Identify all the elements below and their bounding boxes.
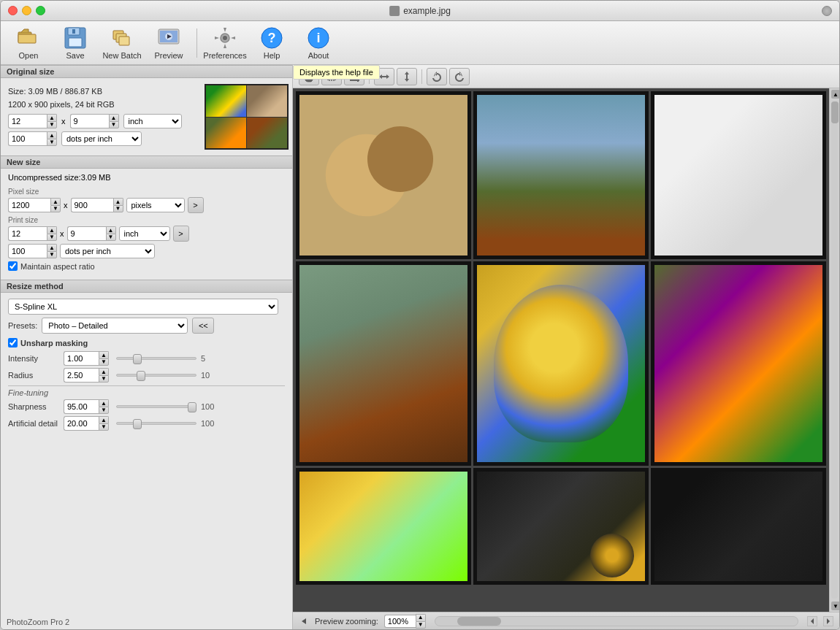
original-height-stepper[interactable]: ▲ ▼ bbox=[109, 114, 119, 128]
preset-back-btn[interactable]: << bbox=[192, 318, 214, 334]
scroll-down-btn[interactable]: ▼ bbox=[831, 602, 839, 610]
sharpness-slider-thumb[interactable] bbox=[188, 402, 196, 412]
scroll-nav-left[interactable] bbox=[807, 616, 817, 626]
pixel-width-input[interactable] bbox=[8, 198, 52, 212]
artificial-down[interactable]: ▼ bbox=[99, 423, 109, 431]
fit-height-btn[interactable] bbox=[397, 68, 417, 85]
pixel-height-stepper[interactable]: ▲ ▼ bbox=[113, 198, 123, 212]
original-height-field[interactable]: ▲ ▼ bbox=[70, 114, 119, 128]
artificial-slider-thumb[interactable] bbox=[133, 419, 142, 429]
intensity-slider-thumb[interactable] bbox=[133, 354, 142, 364]
original-width-input[interactable] bbox=[8, 114, 48, 128]
pixel-expand-btn[interactable]: > bbox=[188, 197, 204, 213]
original-width-field[interactable]: ▲ ▼ bbox=[8, 114, 57, 128]
unsharp-checkbox[interactable] bbox=[8, 338, 18, 347]
help-button[interactable]: ? Help bbox=[250, 24, 294, 62]
original-dpi-stepper[interactable]: ▲ ▼ bbox=[47, 131, 57, 146]
original-unit-select[interactable]: inch cm pixels bbox=[123, 114, 182, 128]
sharpness-input[interactable] bbox=[64, 399, 100, 414]
original-dpi-input[interactable] bbox=[8, 131, 48, 146]
pixel-width-field[interactable]: ▲ ▼ bbox=[8, 198, 61, 212]
print-height-up[interactable]: ▲ bbox=[106, 226, 116, 234]
print-dpi-input[interactable] bbox=[8, 244, 48, 258]
artificial-up[interactable]: ▲ bbox=[99, 416, 109, 423]
original-width-stepper[interactable]: ▲ ▼ bbox=[47, 114, 57, 128]
open-button[interactable]: Open bbox=[7, 24, 50, 62]
print-width-field[interactable]: ▲ ▼ bbox=[8, 226, 57, 241]
pixel-height-up[interactable]: ▲ bbox=[113, 198, 123, 205]
intensity-stepper[interactable]: ▲ ▼ bbox=[99, 351, 109, 366]
preview-button[interactable]: Preview bbox=[147, 24, 191, 62]
aspect-ratio-checkbox[interactable] bbox=[8, 261, 18, 271]
original-dpi-unit-select[interactable]: dots per inch dots per cm bbox=[61, 131, 142, 146]
radius-slider-thumb[interactable] bbox=[137, 371, 145, 381]
sharpness-down[interactable]: ▼ bbox=[99, 407, 109, 414]
close-button[interactable] bbox=[8, 6, 18, 15]
artificial-field[interactable]: ▲ ▼ bbox=[64, 416, 109, 431]
original-dpi-up[interactable]: ▲ bbox=[47, 131, 57, 139]
radius-field[interactable]: ▲ ▼ bbox=[64, 368, 109, 383]
intensity-up[interactable]: ▲ bbox=[99, 351, 109, 358]
minimize-button[interactable] bbox=[22, 6, 31, 15]
new-batch-button[interactable]: New Batch bbox=[100, 24, 144, 62]
radius-input[interactable] bbox=[64, 368, 100, 383]
print-dpi-field[interactable]: ▲ ▼ bbox=[8, 244, 57, 258]
pixel-width-stepper[interactable]: ▲ ▼ bbox=[50, 198, 61, 212]
resize-method-select[interactable]: S-Spline XL S-Spline Bicubic Bilinear bbox=[8, 299, 278, 315]
original-height-down[interactable]: ▼ bbox=[109, 121, 119, 128]
print-width-input[interactable] bbox=[8, 226, 48, 241]
about-button[interactable]: i About bbox=[297, 24, 340, 62]
scroll-nav-right[interactable] bbox=[823, 616, 833, 626]
zoom-field[interactable]: ▲ ▼ bbox=[384, 614, 426, 629]
sharpness-up[interactable]: ▲ bbox=[99, 399, 109, 407]
h-scrollbar-thumb[interactable] bbox=[457, 617, 501, 626]
intensity-down[interactable]: ▼ bbox=[99, 358, 109, 366]
scroll-thumb[interactable] bbox=[831, 101, 839, 123]
print-expand-btn[interactable]: > bbox=[173, 226, 189, 242]
print-dpi-stepper[interactable]: ▲ ▼ bbox=[47, 244, 57, 258]
pixel-width-up[interactable]: ▲ bbox=[50, 198, 61, 205]
print-dpi-unit-select[interactable]: dots per inch dots per cm bbox=[60, 244, 155, 258]
sharpness-stepper[interactable]: ▲ ▼ bbox=[99, 399, 109, 414]
pixel-width-down[interactable]: ▼ bbox=[50, 205, 61, 212]
print-unit-select[interactable]: inch cm bbox=[119, 226, 170, 241]
print-dpi-down[interactable]: ▼ bbox=[47, 251, 57, 258]
right-scrollbar[interactable]: ▲ ▼ bbox=[829, 88, 839, 612]
original-width-down[interactable]: ▼ bbox=[47, 121, 57, 128]
resize-button[interactable] bbox=[822, 6, 832, 16]
presets-select[interactable]: Photo – Detailed Photo – Smooth Illustra… bbox=[42, 318, 188, 334]
sharpness-field[interactable]: ▲ ▼ bbox=[64, 399, 109, 414]
print-height-stepper[interactable]: ▲ ▼ bbox=[106, 226, 116, 241]
print-width-stepper[interactable]: ▲ ▼ bbox=[47, 226, 57, 241]
intensity-input[interactable] bbox=[64, 351, 100, 366]
maximize-button[interactable] bbox=[36, 6, 45, 15]
print-dpi-up[interactable]: ▲ bbox=[47, 244, 57, 251]
original-height-up[interactable]: ▲ bbox=[109, 114, 119, 121]
zoom-up[interactable]: ▲ bbox=[416, 614, 426, 621]
print-height-down[interactable]: ▼ bbox=[106, 234, 116, 241]
h-scrollbar[interactable] bbox=[435, 616, 798, 626]
artificial-stepper[interactable]: ▲ ▼ bbox=[99, 416, 109, 431]
artificial-input[interactable] bbox=[64, 416, 100, 431]
rotate-right-btn[interactable] bbox=[449, 68, 470, 85]
print-height-field[interactable]: ▲ ▼ bbox=[67, 226, 116, 241]
rotate-left-btn[interactable] bbox=[427, 68, 447, 85]
print-width-down[interactable]: ▼ bbox=[47, 234, 57, 241]
pixel-height-input[interactable] bbox=[71, 198, 115, 212]
pixel-height-down[interactable]: ▼ bbox=[113, 205, 123, 212]
print-width-up[interactable]: ▲ bbox=[47, 226, 57, 234]
pixel-height-field[interactable]: ▲ ▼ bbox=[71, 198, 123, 212]
radius-stepper[interactable]: ▲ ▼ bbox=[99, 368, 109, 383]
zoom-input[interactable] bbox=[384, 615, 417, 628]
radius-down[interactable]: ▼ bbox=[99, 375, 109, 383]
zoom-down[interactable]: ▼ bbox=[416, 621, 426, 629]
save-button[interactable]: Save bbox=[53, 24, 97, 62]
original-height-input[interactable] bbox=[70, 114, 110, 128]
original-width-up[interactable]: ▲ bbox=[47, 114, 57, 121]
zoom-stepper[interactable]: ▲ ▼ bbox=[416, 614, 426, 629]
print-height-input[interactable] bbox=[67, 226, 107, 241]
pixel-unit-select[interactable]: pixels inch cm bbox=[126, 198, 185, 212]
original-dpi-down[interactable]: ▼ bbox=[47, 139, 57, 146]
intensity-field[interactable]: ▲ ▼ bbox=[64, 351, 109, 366]
radius-up[interactable]: ▲ bbox=[99, 368, 109, 375]
